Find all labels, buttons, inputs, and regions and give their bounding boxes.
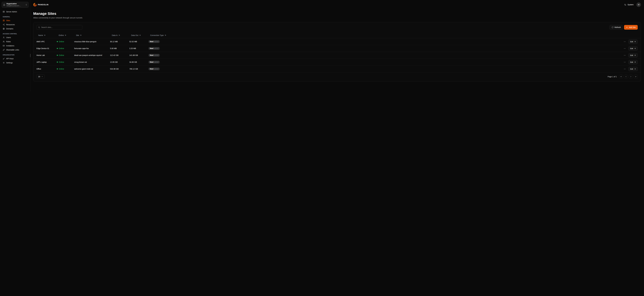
sort-icon xyxy=(80,34,82,36)
last-page-button[interactable] xyxy=(634,75,638,78)
moon-icon xyxy=(624,4,626,6)
data-in-cell: 534.98 GB xyxy=(110,68,129,70)
section-label-general: GENERAL xyxy=(3,16,28,18)
data-in-cell: 30.12 MB xyxy=(110,40,129,43)
sidebar-item-sites[interactable]: Sites xyxy=(2,18,28,22)
column-header-name[interactable]: Name xyxy=(36,34,57,36)
row-actions-menu-button[interactable] xyxy=(623,40,626,43)
building-icon xyxy=(3,4,5,6)
row-actions-menu-button[interactable] xyxy=(623,47,626,50)
theme-toggle[interactable]: System xyxy=(624,4,634,6)
online-status-dot xyxy=(57,62,58,62)
sidebar-item-resources[interactable]: Resources xyxy=(2,23,28,26)
chevrons-left-icon xyxy=(620,76,622,78)
page-subtitle: Allow connectivity to your network throu… xyxy=(33,16,641,19)
add-site-button[interactable]: Add Site xyxy=(624,25,638,30)
row-actions-menu-button[interactable] xyxy=(623,60,626,64)
pagination-status: Page 1 of 1 xyxy=(608,76,617,78)
sidebar-item-server-admin[interactable]: Server Admin xyxy=(2,10,28,14)
status-cell: Online xyxy=(57,61,74,63)
edit-button[interactable]: Edit xyxy=(628,67,638,71)
column-header-connection-type[interactable]: Connection Type xyxy=(148,34,638,36)
data-in-cell: 12.65 GB xyxy=(110,61,129,63)
ellipsis-icon xyxy=(624,40,626,43)
server-icon xyxy=(3,11,5,13)
edit-button[interactable]: Edit xyxy=(628,53,638,58)
users-icon xyxy=(3,40,5,43)
arrow-right-icon xyxy=(634,61,636,63)
status-cell: Online xyxy=(57,54,74,56)
chevrons-right-icon xyxy=(635,76,637,78)
sidebar-nav: Server Admin GENERAL Sites Resources Do xyxy=(2,10,28,65)
sidebar-item-domains[interactable]: Domains xyxy=(2,27,28,31)
pangolin-logo-icon xyxy=(33,3,37,6)
brand-name: PANGOLIN xyxy=(38,4,48,6)
sidebar-item-users[interactable]: Users xyxy=(2,36,28,40)
table-row: Edge Device 01 Online fortunate-cape-fox… xyxy=(33,45,641,52)
sidebar-resize-handle[interactable] xyxy=(30,54,30,57)
online-status-dot xyxy=(57,55,58,56)
connection-type-badge: Newtv1.3.2 xyxy=(148,54,160,57)
status-cell: Online xyxy=(57,68,74,70)
sidebar-item-settings[interactable]: Settings xyxy=(2,61,28,65)
sidebar-item-label: Users xyxy=(6,36,11,38)
chevron-left-icon xyxy=(625,76,627,78)
table-row: Jeff's Laptop Online smug-brown-rat 12.6… xyxy=(33,59,641,66)
site-name-cell: Edge Device 01 xyxy=(36,48,57,50)
data-out-cell: 52.02 MB xyxy=(129,40,148,43)
mail-icon xyxy=(3,45,5,47)
sidebar-item-label: Server Admin xyxy=(6,11,17,13)
sidebar-item-label: Invitations xyxy=(6,45,14,47)
edit-button[interactable]: Edit xyxy=(628,40,638,44)
sort-icon xyxy=(164,34,166,36)
data-out-cell: 3.20 MB xyxy=(129,48,148,50)
table-footer: 20 Page 1 of 1 xyxy=(33,72,641,81)
arrow-right-icon xyxy=(634,41,636,42)
next-page-button[interactable] xyxy=(629,75,633,78)
page-size-select[interactable]: 20 xyxy=(36,74,45,79)
first-page-button[interactable] xyxy=(619,75,623,78)
search-box[interactable] xyxy=(36,25,82,30)
edit-button[interactable]: Edit xyxy=(628,46,638,50)
sidebar-item-label: Roles xyxy=(6,40,11,43)
sidebar-item-api-keys[interactable]: API Keys xyxy=(2,57,28,60)
edit-button[interactable]: Edit xyxy=(628,60,638,64)
search-input[interactable] xyxy=(41,26,81,28)
theme-label: System xyxy=(628,4,634,6)
connection-type-badge: Newtv1.3.2 xyxy=(148,47,160,50)
status-cell: Online xyxy=(57,48,74,50)
status-cell: Online xyxy=(57,40,74,43)
column-header-data-out[interactable]: Data Out xyxy=(129,34,148,36)
column-header-online[interactable]: Online xyxy=(57,34,74,36)
site-id-cell: vivacious-little-blue-penguin xyxy=(74,40,110,43)
data-out-cell: 141.68 GB xyxy=(129,54,148,56)
sidebar-item-label: Sites xyxy=(6,20,10,22)
arrow-right-icon xyxy=(634,68,636,70)
brand[interactable]: PANGOLIN xyxy=(33,3,48,6)
sidebar: Organization milo@fossorial.io's ... Ser… xyxy=(0,0,30,92)
row-actions-menu-button[interactable] xyxy=(623,54,626,57)
site-id-cell: fortunate-cape-fox xyxy=(74,48,110,50)
grid-icon xyxy=(3,20,5,22)
column-header-data-in[interactable]: Data In xyxy=(110,34,129,36)
chevron-down-icon xyxy=(41,76,43,78)
table-row: Office Online welcome-giant-mole-rat 534… xyxy=(33,66,641,72)
ellipsis-icon xyxy=(624,61,626,63)
online-status-dot xyxy=(57,68,58,70)
data-out-cell: 34.80 GB xyxy=(129,61,148,63)
section-label-access-control: ACCESS CONTROL xyxy=(3,33,28,34)
ellipsis-icon xyxy=(624,54,626,56)
previous-page-button[interactable] xyxy=(624,75,628,78)
connection-type-badge: Newtv1.3.2 xyxy=(148,40,160,43)
row-actions-menu-button[interactable] xyxy=(623,67,626,70)
avatar[interactable]: M xyxy=(636,2,641,7)
column-header-site[interactable]: Site xyxy=(74,34,110,36)
sidebar-item-label: Resources xyxy=(6,24,15,26)
refresh-button[interactable]: Refresh xyxy=(610,25,623,30)
sidebar-item-invitations[interactable]: Invitations xyxy=(2,44,28,48)
sidebar-item-shareable-links[interactable]: Shareable Links xyxy=(2,48,28,52)
avatar-initial: M xyxy=(638,4,640,6)
sidebar-item-roles[interactable]: Roles xyxy=(2,40,28,44)
sort-icon xyxy=(44,34,46,36)
org-selector[interactable]: Organization milo@fossorial.io's ... xyxy=(2,2,28,8)
